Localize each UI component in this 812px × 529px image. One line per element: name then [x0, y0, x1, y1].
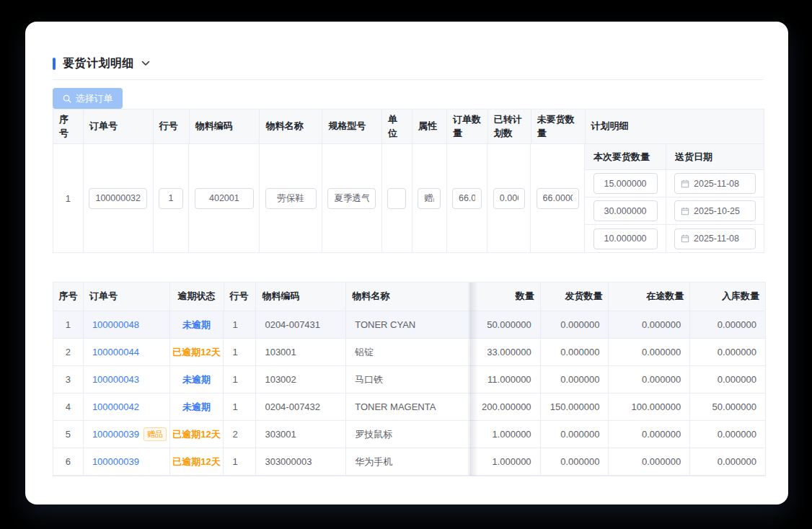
cell-material-code: 103001 [256, 339, 346, 365]
cell-material-code: 0204-007432 [256, 394, 346, 420]
cell-line-no: 1 [224, 366, 256, 393]
cell-line-no: 2 [224, 421, 256, 448]
plan-table-body-row: 1 本次要货数量 送货日期 [53, 144, 764, 252]
app-card: 要货计划明细 选择订单 序号 订单号 行号 物料编码 物料名称 规格型号 单位 … [25, 22, 788, 504]
calendar-icon [681, 207, 689, 215]
cell-shipped-qty: 150.000000 [541, 394, 609, 420]
header-transit-qty: 在途数量 [609, 283, 690, 311]
attribute-input[interactable] [418, 188, 441, 209]
cell-seq: 1 [53, 311, 84, 338]
cell-transit-qty: 0.000000 [609, 366, 690, 393]
plan-table-header-row: 序号 订单号 行号 物料编码 物料名称 规格型号 单位 属性 订单数量 已转计划… [53, 110, 764, 144]
cell-line-no: 1 [224, 448, 256, 475]
cell-qty: 11.000000 [469, 366, 541, 393]
header-plan-detail: 计划明细 [586, 110, 764, 143]
order-no-link[interactable]: 100000043 [92, 374, 139, 385]
cell-received-qty: 0.000000 [690, 311, 765, 338]
table-row[interactable]: 3 100000043 未逾期 1 103002 马口铁 11.000000 0… [53, 366, 765, 394]
header-overdue-status: 逾期状态 [170, 283, 224, 311]
order-no-link[interactable]: 100000044 [92, 347, 139, 357]
overdue-status-badge: 已逾期12天 [172, 428, 220, 441]
cell-received-qty: 50.000000 [690, 394, 765, 420]
cell-shipped-qty: 0.000000 [541, 421, 609, 448]
table-row[interactable]: 2 100000044 已逾期12天 1 103001 铝锭 33.000000… [53, 339, 765, 366]
cell-qty: 200.000000 [469, 394, 541, 420]
cell-qty: 33.000000 [469, 339, 541, 365]
cell-transit-qty: 0.000000 [609, 421, 690, 448]
subheader-delivery-date: 送货日期 [666, 144, 764, 169]
plan-detail-row: 2025-11-08 [585, 225, 764, 252]
order-no-link[interactable]: 100000048 [92, 319, 139, 330]
delivery-date-input[interactable]: 2025-11-08 [674, 228, 756, 249]
delivery-date-input[interactable]: 2025-11-08 [674, 173, 756, 194]
divider [53, 79, 763, 80]
material-code-input[interactable] [195, 188, 254, 209]
header-unrequested-qty: 未要货数量 [531, 110, 586, 143]
material-name-input[interactable] [265, 188, 317, 209]
plan-detail-subtable: 本次要货数量 送货日期 2025-11-08 [585, 144, 764, 252]
cell-material-code: 303001 [256, 421, 346, 448]
title-accent-bar [53, 58, 56, 70]
line-no-input[interactable] [159, 188, 183, 209]
cell-shipped-qty: 0.000000 [541, 339, 609, 365]
header-material-name: 物料名称 [260, 110, 322, 143]
cell-line-no: 1 [224, 311, 256, 338]
table-row[interactable]: 5 100000039 赠品 已逾期12天 2 303001 罗技鼠标 1.00… [53, 421, 765, 448]
header-order-no: 订单号 [84, 283, 170, 311]
overdue-status-badge: 未逾期 [182, 401, 211, 414]
header-shipped-qty: 发货数量 [541, 283, 609, 311]
select-order-label: 选择订单 [76, 92, 113, 105]
request-qty-input[interactable] [593, 228, 658, 249]
table-row[interactable]: 1 100000048 未逾期 1 0204-007431 TONER CYAN… [53, 311, 765, 339]
header-converted-qty: 已转计划数 [488, 110, 531, 143]
order-qty-input[interactable] [452, 188, 482, 209]
chevron-down-icon [141, 61, 150, 66]
table-row[interactable]: 6 100000039 已逾期12天 1 303000003 华为手机 1.00… [53, 448, 765, 476]
cell-received-qty: 0.000000 [690, 421, 765, 448]
order-no-link[interactable]: 100000039 [92, 429, 139, 440]
header-spec: 规格型号 [322, 110, 382, 143]
converted-qty-input[interactable] [493, 188, 525, 209]
gift-badge: 赠品 [144, 427, 167, 440]
cell-seq: 5 [53, 421, 84, 448]
header-seq: 序号 [53, 110, 84, 143]
cell-received-qty: 0.000000 [690, 339, 765, 365]
delivery-date-value: 2025-11-08 [694, 234, 739, 244]
order-no-link[interactable]: 100000042 [92, 401, 139, 412]
collapse-section-toggle[interactable] [141, 61, 150, 66]
spec-input[interactable] [327, 188, 376, 209]
cell-line-no: 1 [224, 394, 256, 420]
header-order-no: 订单号 [84, 110, 154, 143]
unit-input[interactable] [387, 188, 406, 209]
cell-received-qty: 0.000000 [690, 448, 765, 475]
cell-material-name: TONER CYAN [346, 311, 469, 338]
cell-seq: 2 [53, 339, 84, 365]
plan-detail-subheader: 本次要货数量 送货日期 [585, 144, 764, 170]
delivery-date-value: 2025-10-25 [694, 206, 740, 216]
request-qty-input[interactable] [593, 173, 658, 194]
order-no-link[interactable]: 100000039 [92, 456, 139, 467]
header-line-no: 行号 [154, 110, 190, 143]
page-background: { "page": { "title": "要货计划明细" }, "toolba… [0, 0, 812, 529]
order-no-input[interactable] [89, 188, 147, 209]
cell-shipped-qty: 0.000000 [541, 366, 609, 393]
unrequested-qty-input[interactable] [537, 188, 579, 209]
section-header: 要货计划明细 [53, 55, 766, 71]
requirement-plan-table: 序号 订单号 行号 物料编码 物料名称 规格型号 单位 属性 订单数量 已转计划… [53, 109, 764, 253]
request-qty-input[interactable] [593, 200, 658, 221]
cell-transit-qty: 0.000000 [609, 339, 690, 365]
delivery-date-input[interactable]: 2025-10-25 [674, 200, 756, 221]
cell-material-code: 103002 [256, 366, 346, 393]
plan-detail-row: 2025-11-08 [585, 170, 764, 197]
cell-seq: 6 [53, 448, 84, 475]
select-order-button[interactable]: 选择订单 [53, 88, 123, 109]
cell-transit-qty: 100.000000 [609, 394, 690, 420]
header-material-name: 物料名称 [346, 283, 469, 311]
overdue-status-badge: 未逾期 [182, 319, 211, 332]
cell-shipped-qty: 0.000000 [541, 448, 609, 475]
table-row[interactable]: 4 100000042 未逾期 1 0204-007432 TONER MAGE… [53, 394, 765, 421]
cell-qty: 1.000000 [469, 421, 541, 448]
cell-material-name: 罗技鼠标 [346, 421, 469, 448]
header-unit: 单位 [382, 110, 412, 143]
cell-shipped-qty: 0.000000 [541, 311, 609, 338]
